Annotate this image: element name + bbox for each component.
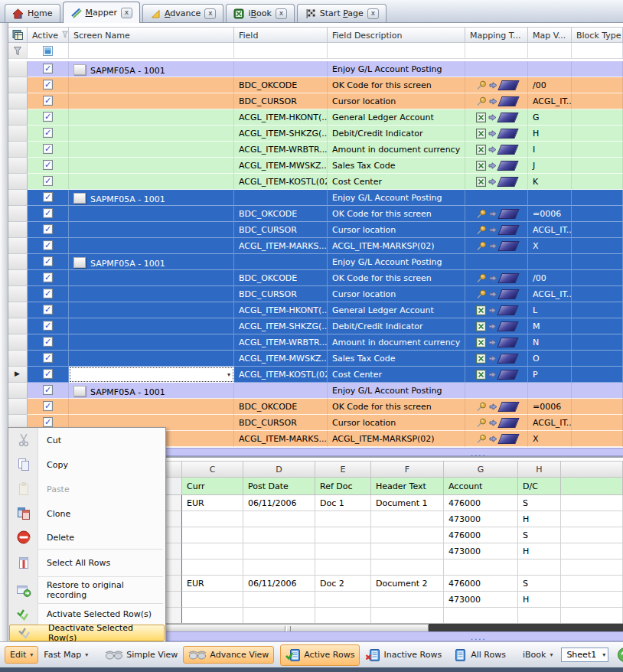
- screen-name-dropdown-icon[interactable]: ▾: [227, 371, 230, 378]
- active-checkbox[interactable]: ✓: [43, 417, 53, 427]
- map-value-cell[interactable]: X: [528, 238, 572, 254]
- map-value-cell[interactable]: I: [528, 142, 572, 158]
- tab-close-icon[interactable]: x: [276, 8, 287, 19]
- active-checkbox[interactable]: ✓: [43, 192, 53, 202]
- mapping-type-cell[interactable]: [465, 109, 528, 126]
- row-selector[interactable]: [8, 109, 28, 126]
- tab-home[interactable]: Home: [5, 4, 60, 22]
- map-value-cell[interactable]: [528, 254, 572, 270]
- field-row[interactable]: ▶✓▾ACGL_ITEM-KOSTL(02)Cost CenterP: [8, 367, 623, 383]
- field-row[interactable]: ✓ACGL_ITEM-SHKZG(...Debit/Credit Indicat…: [8, 126, 623, 142]
- sheet-cell[interactable]: [243, 543, 315, 559]
- block-type-cell[interactable]: [572, 77, 623, 93]
- sheet-column-letter[interactable]: [561, 461, 623, 478]
- row-selector[interactable]: ▶: [8, 367, 28, 383]
- group-expand-icon[interactable]: [73, 193, 86, 204]
- menu-item-activate-selected-row-s-[interactable]: Activate Selected Row(s): [8, 604, 165, 625]
- map-value-cell[interactable]: H: [528, 126, 572, 142]
- row-selector[interactable]: [8, 93, 28, 109]
- sheet-cell[interactable]: 06/11/2006: [243, 495, 315, 511]
- sheet-cell[interactable]: [371, 511, 444, 527]
- field-description-cell[interactable]: Enjoy G/L Account Posting: [328, 254, 465, 270]
- field-cell[interactable]: BDC_CURSOR: [234, 222, 328, 238]
- field-description-cell[interactable]: Cursor location: [328, 222, 465, 238]
- sheet-cell[interactable]: H: [518, 543, 561, 559]
- map-value-cell[interactable]: ACGL_IT...: [528, 286, 572, 302]
- field-description-cell[interactable]: Cost Center: [328, 367, 465, 383]
- screen-name-cell[interactable]: [69, 318, 234, 334]
- sheet-cell[interactable]: 473000: [444, 592, 518, 608]
- field-cell[interactable]: BDC_CURSOR: [234, 286, 328, 302]
- active-checkbox[interactable]: ✓: [43, 272, 53, 282]
- row-selector[interactable]: [8, 158, 28, 174]
- mapping-type-cell[interactable]: [465, 126, 528, 142]
- mapping-type-cell[interactable]: [465, 142, 528, 158]
- field-row[interactable]: ✓ACGL_ITEM-MWSKZ...Sales Tax CodeJ: [8, 158, 623, 174]
- mapping-type-cell[interactable]: [465, 367, 528, 383]
- field-cell[interactable]: ACGL_ITEM-KOSTL(02): [234, 174, 328, 190]
- field-description-cell[interactable]: OK Code for this screen: [328, 399, 465, 415]
- field-description-cell[interactable]: Enjoy G/L Account Posting: [328, 61, 465, 77]
- active-checkbox[interactable]: ✓: [43, 289, 53, 298]
- sheet-cell[interactable]: [315, 559, 371, 576]
- group-expand-icon[interactable]: [73, 386, 86, 396]
- block-type-cell[interactable]: [572, 254, 623, 270]
- row-selector[interactable]: [8, 126, 28, 142]
- field-cell[interactable]: ACGL_ITEM-MARKS...: [234, 431, 328, 447]
- sheet-row-header[interactable]: [165, 527, 182, 543]
- sheet-cell[interactable]: 476000: [444, 576, 518, 592]
- active-checkbox[interactable]: ✓: [43, 80, 53, 90]
- sheet-cell[interactable]: [561, 608, 623, 624]
- active-checkbox[interactable]: ✓: [43, 337, 53, 347]
- field-row[interactable]: ✓BDC_CURSORCursor locationACGL_IT...: [8, 286, 623, 302]
- field-row[interactable]: ✓BDC_OKCODEOK Code for this screen/00: [8, 270, 623, 286]
- tab-close-icon[interactable]: x: [204, 8, 216, 19]
- sheet-select-combo[interactable]: Sheet1▾: [561, 648, 608, 662]
- field-description-cell[interactable]: Amount in document currency: [328, 142, 465, 158]
- block-type-cell[interactable]: [572, 206, 623, 222]
- menu-item-restore-to-original-recording[interactable]: Restore to original recording: [8, 577, 165, 603]
- field-cell[interactable]: [234, 61, 328, 77]
- sheet-cell[interactable]: [518, 559, 561, 576]
- block-type-cell[interactable]: [572, 286, 623, 302]
- mapping-type-cell[interactable]: [465, 334, 528, 351]
- sheet-cell[interactable]: [561, 576, 623, 592]
- map-value-cell[interactable]: L: [528, 302, 572, 318]
- screen-name-cell[interactable]: ▾: [69, 367, 234, 383]
- field-description-cell[interactable]: Enjoy G/L Account Posting: [328, 190, 465, 206]
- block-type-cell[interactable]: [572, 109, 623, 126]
- block-type-cell[interactable]: [572, 190, 623, 206]
- sheet-cell[interactable]: [371, 608, 444, 624]
- mapping-type-cell[interactable]: [465, 351, 528, 367]
- screen-name-cell[interactable]: [69, 206, 234, 222]
- column-header-active[interactable]: Active: [28, 27, 69, 43]
- screen-name-cell[interactable]: [69, 142, 234, 158]
- sheet-cell[interactable]: [182, 527, 243, 543]
- toolbar-button-active-rows[interactable]: Active Rows: [280, 644, 360, 666]
- screen-name-cell[interactable]: [69, 351, 234, 367]
- active-checkbox[interactable]: ✓: [43, 112, 53, 122]
- menu-item-copy[interactable]: Copy: [8, 452, 165, 477]
- sheet-cell[interactable]: [315, 527, 371, 543]
- sheet-cell[interactable]: S: [518, 527, 561, 543]
- sheet-cell[interactable]: [315, 592, 371, 608]
- row-selector[interactable]: [8, 222, 28, 238]
- tab-close-icon[interactable]: x: [367, 8, 379, 19]
- field-description-cell[interactable]: OK Code for this screen: [328, 77, 465, 93]
- row-selector[interactable]: [8, 238, 28, 254]
- field-cell[interactable]: BDC_CURSOR: [234, 93, 328, 109]
- sheet-cell[interactable]: [243, 527, 315, 543]
- sheet-column-letter[interactable]: G: [444, 461, 518, 478]
- toolbar-button-edit[interactable]: Edit▾: [5, 646, 38, 664]
- field-cell[interactable]: ACGL_ITEM-HKONT(...: [234, 302, 328, 318]
- column-header-screen-name[interactable]: Screen Name: [69, 27, 234, 43]
- field-description-cell[interactable]: Amount in document currency: [328, 334, 465, 351]
- active-checkbox[interactable]: ✓: [43, 240, 53, 250]
- row-selector[interactable]: [8, 318, 28, 334]
- menu-item-deactivate-selected-row-s-[interactable]: Deactivate Selected Row(s): [9, 625, 165, 641]
- map-value-cell[interactable]: ACGL_IT...: [528, 415, 572, 431]
- field-cell[interactable]: [234, 190, 328, 206]
- row-selector[interactable]: [8, 254, 28, 270]
- group-row[interactable]: ✓SAPMF05A - 1001Enjoy G/L Account Postin…: [8, 190, 623, 206]
- group-expand-icon[interactable]: [73, 64, 86, 75]
